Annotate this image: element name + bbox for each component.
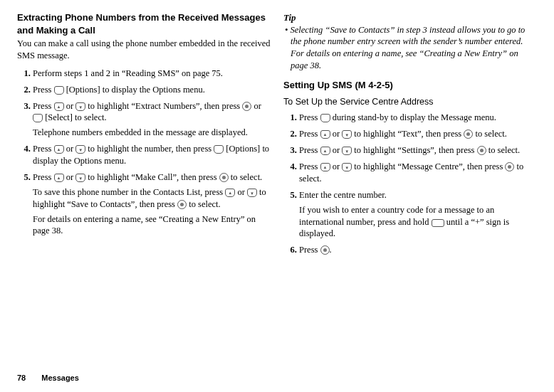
sms-heading: Setting Up SMS (M 4-2-5) [283,79,537,92]
tip-heading: Tip [283,11,537,24]
softkey-icon [320,114,330,122]
intro-text: You can make a call using the phone numb… [17,38,271,62]
r-step5-sub: If you wish to enter a country code for … [299,204,537,240]
nav-up-icon [54,145,64,154]
ok-key-icon [242,102,251,111]
step4or: or [64,144,76,154]
s2c: to select. [473,129,507,139]
step-4: Press or to highlight the number, then p… [33,143,271,167]
page-number: 78 [17,374,26,382]
s3a: Press [299,145,320,155]
step5-sub2: For details on entering a name, see “Cre… [33,213,271,238]
softkey-icon [214,145,224,154]
page-footer: 78Messages [17,373,79,383]
nav-up-icon [320,163,330,171]
s2b: to highlight “Text”, then press [352,129,464,139]
sms-head-text: Setting Up SMS [283,80,355,90]
steps-list-left: Perform steps 1 and 2 in “Reading SMS” o… [17,68,271,238]
nav-up-icon [320,147,330,155]
s5: Enter the centre number. [299,190,387,200]
nav-up-icon [225,189,235,197]
nav-down-icon [342,163,352,171]
step5or: or [64,172,76,182]
step-1: Perform steps 1 and 2 in “Reading SMS” o… [33,68,271,80]
ok-key-icon [177,200,187,209]
r-step-5: Enter the centre number. If you wish to … [299,189,537,240]
s4or: or [330,161,343,171]
ok-key-icon [505,162,514,171]
s4a: Press [299,161,320,171]
s2a: Press [299,129,320,139]
ok-key-icon [219,173,229,182]
step3or: or [64,101,76,111]
s3c: to select. [486,145,521,155]
nav-up-icon [54,174,64,182]
s3or: or [330,145,343,155]
footer-section: Messages [41,374,79,382]
s1a: Press [299,112,320,122]
tip-body: • Selecting “Save to Contacts” in step 3… [283,24,537,73]
s5s1a: To save this phone number in the Contact… [33,187,225,197]
ok-key-icon [477,146,486,155]
nav-down-icon [75,102,85,111]
nav-down-icon [75,174,85,182]
step5a: Press [33,172,54,182]
r-step-2: Press or to highlight “Text”, then press… [299,128,537,140]
r-step-3: Press or to highlight “Settings”, then p… [299,144,537,157]
sms-code: (M 4-2-5) [355,80,392,90]
sms-subhead: To Set Up the Service Centre Address [283,96,537,108]
nav-down-icon [342,147,352,155]
s2or: or [330,129,343,139]
nav-down-icon [75,145,85,154]
r-step-1: Press during stand-by to display the Mes… [299,112,537,124]
r-step-6: Press . [299,244,537,256]
step3b: to highlight “Extract Numbers”, then pre… [85,101,242,111]
section-title: Extracting Phone Numbers from the Receiv… [17,11,271,36]
step2b: [Options] to display the Options menu. [64,85,205,95]
step3c: [Select] to select. [43,112,107,122]
step-5: Press or to highlight “Make Call”, then … [33,171,271,237]
step4a: Press [33,144,54,154]
s3b: to highlight “Settings”, then press [352,145,476,155]
step3or2: or [251,101,261,111]
nav-up-icon [320,130,330,139]
step5c: to select. [229,172,263,182]
key-zero-plus-icon [432,219,444,227]
s6a: Press [299,245,320,255]
nav-down-icon [247,189,257,197]
ok-key-icon [320,245,330,255]
step5b: to highlight “Make Call”, then press [85,172,219,182]
s6b: . [330,245,332,255]
step-3: Press or to highlight “Extract Numbers”,… [33,100,271,139]
s5s1d: to select. [187,199,221,209]
s5s1b: or [235,187,247,197]
tip-bullet: • [285,25,291,35]
s1b: during stand-by to display the Message m… [330,112,496,122]
page-columns: Extracting Phone Numbers from the Receiv… [17,11,537,259]
nav-down-icon [342,130,352,139]
left-column: Extracting Phone Numbers from the Receiv… [17,11,271,259]
ok-key-icon [464,129,473,139]
tip1: Selecting “Save to Contacts” in step 3 i… [291,25,526,47]
step4b: to highlight the number, then press [85,144,214,154]
step-2: Press [Options] to display the Options m… [33,84,271,96]
steps-list-right: Press during stand-by to display the Mes… [283,112,537,256]
right-column: Tip • Selecting “Save to Contacts” in st… [283,11,537,259]
softkey-icon [54,86,64,95]
step2a: Press [33,85,54,95]
step5-sub1: To save this phone number in the Contact… [33,186,271,211]
tip2: For details on entering a name, see “Cre… [291,48,518,70]
r-step-4: Press or to highlight “Message Centre”, … [299,161,537,185]
step3-sub: Telephone numbers embedded in the messag… [33,127,271,139]
s4b: to highlight “Message Centre”, then pres… [352,161,505,171]
nav-up-icon [54,102,64,111]
softkey-icon [33,114,43,122]
step1-text: Perform steps 1 and 2 in “Reading SMS” o… [33,68,223,78]
step3a: Press [33,101,54,111]
